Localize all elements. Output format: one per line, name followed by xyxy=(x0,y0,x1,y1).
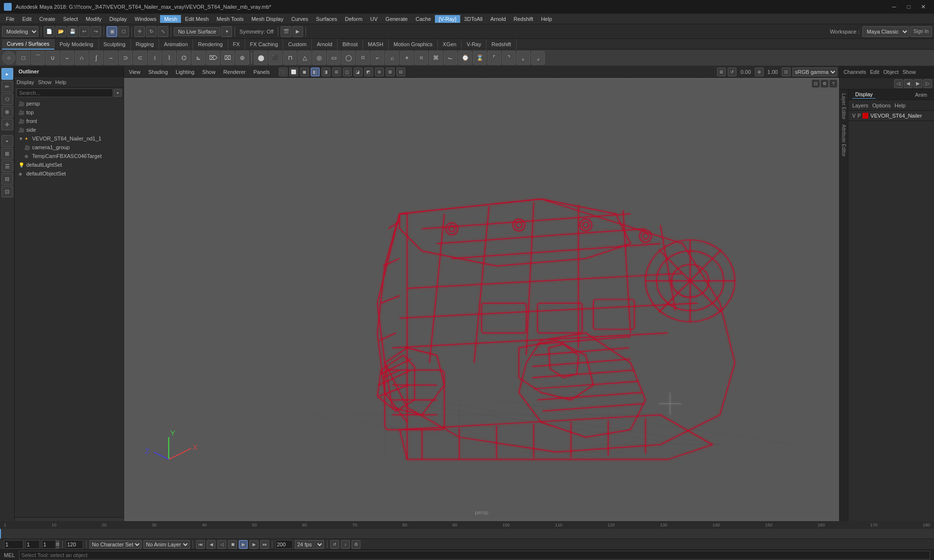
menu-mesh[interactable]: Mesh xyxy=(160,15,181,23)
shelf-icon-curve28[interactable]: ⌟ xyxy=(531,51,545,65)
mel-input[interactable] xyxy=(19,551,930,560)
menu-uv[interactable]: UV xyxy=(366,15,381,23)
scale-tool-btn[interactable]: ⤡ xyxy=(158,26,168,37)
play-btn[interactable]: ▶ xyxy=(239,540,248,549)
shelf-icon-curve27[interactable]: ⌞ xyxy=(517,51,530,65)
snap-tool[interactable]: ⊕ xyxy=(1,106,13,118)
outliner-scrollbar[interactable] xyxy=(15,517,124,521)
vp-icon-nav3[interactable]: ⊕ xyxy=(755,68,764,76)
vp-settings-btn[interactable]: ⚙ xyxy=(821,80,828,88)
shelf-icon-curve13[interactable]: ⌦ xyxy=(206,51,220,65)
maximize-button[interactable]: □ xyxy=(902,0,916,14)
settings-btn[interactable]: ⚙ xyxy=(352,540,360,549)
shelf-tab-redshift[interactable]: Redshift xyxy=(486,39,516,50)
shelf-icon-sphere[interactable]: ⬤ xyxy=(254,51,268,65)
shelf-icon-curve8[interactable]: ⊂ xyxy=(133,51,147,65)
menu-select[interactable]: Select xyxy=(59,15,82,23)
menu-mesh-tools[interactable]: Mesh Tools xyxy=(213,15,247,23)
camera-btn[interactable]: 🎬 xyxy=(281,26,291,37)
shelf-icon-curve2[interactable]: ∪ xyxy=(46,51,59,65)
outliner-item-side[interactable]: 🎥 side xyxy=(15,125,124,134)
menu-arnold[interactable]: Arnold xyxy=(486,15,510,23)
shelf-icon-circle[interactable]: ○ xyxy=(2,51,16,65)
shelf-tab-sculpting[interactable]: Sculpting xyxy=(99,39,131,50)
shelf-icon-curve23[interactable]: ⌚ xyxy=(458,51,472,65)
new-scene-btn[interactable]: 📄 xyxy=(44,26,54,37)
select-tool[interactable]: ▸ xyxy=(1,68,13,80)
prev-frame-btn[interactable]: ◀ xyxy=(207,540,216,549)
shelf-icon-curve20[interactable]: ⌗ xyxy=(414,51,428,65)
character-set-dropdown[interactable]: No Character Set xyxy=(90,540,142,549)
shelf-icon-curve3[interactable]: ⌣ xyxy=(60,51,74,65)
open-scene-btn[interactable]: 📂 xyxy=(55,26,66,37)
menu-surfaces[interactable]: Surfaces xyxy=(312,15,341,23)
cb-icon4[interactable]: ▷ xyxy=(923,79,932,88)
vp-icon-isolate[interactable]: ⊗ xyxy=(375,68,384,76)
vp-bookmark-btn[interactable]: ⊡ xyxy=(812,80,820,88)
play-back-btn[interactable]: ◁ xyxy=(217,540,226,549)
shelf-icon-curve25[interactable]: ⌜ xyxy=(487,51,501,65)
shelf-icon-curve17[interactable]: ⌐ xyxy=(371,51,384,65)
outliner-item-persp[interactable]: 🎥 persp xyxy=(15,99,124,108)
menu-help[interactable]: Help xyxy=(537,15,556,23)
shelf-icon-curve1[interactable]: ⌒ xyxy=(31,51,45,65)
timeline-scroll[interactable] xyxy=(0,529,934,539)
minimize-button[interactable]: ─ xyxy=(887,0,901,14)
stop-btn[interactable]: ⏹ xyxy=(228,540,237,549)
shelf-icon-curve10[interactable]: ⌇ xyxy=(162,51,176,65)
shelf-icon-curve9[interactable]: ≀ xyxy=(148,51,162,65)
shelf-icon-cylinder[interactable]: ⊓ xyxy=(283,51,297,65)
display-tab[interactable]: Display xyxy=(852,90,876,99)
sound-btn[interactable]: ♪ xyxy=(341,540,350,549)
rotate-tool-btn[interactable]: ↻ xyxy=(146,26,157,37)
viewport-canvas[interactable]: X Y Z ⊡ ⚙ ? persp xyxy=(124,78,839,521)
viewport-menu-shading[interactable]: Shading xyxy=(145,69,171,75)
outliner-search-input[interactable] xyxy=(17,88,113,97)
vp-icon-wireframe[interactable]: ⬜ xyxy=(289,68,298,76)
vp-gamma-select[interactable]: sRGB gamma xyxy=(792,68,837,76)
shelf-icon-plane[interactable]: ▭ xyxy=(327,51,341,65)
frame-slider-handle[interactable]: ⊡ xyxy=(55,541,59,548)
channels-nav[interactable]: Channels xyxy=(844,69,866,75)
viewport-menu-show[interactable]: Show xyxy=(199,69,219,75)
no-live-surface[interactable]: No Live Surface xyxy=(174,27,220,36)
shelf-icon-curve14[interactable]: ⌧ xyxy=(221,51,234,65)
shelf-icon-box[interactable]: ⬛ xyxy=(269,51,282,65)
save-scene-btn[interactable]: 💾 xyxy=(67,26,78,37)
menu-file[interactable]: File xyxy=(2,15,18,23)
outliner-item-camera-group[interactable]: 🎥 camera1_group xyxy=(15,143,124,152)
move-tool[interactable]: ✛ xyxy=(1,119,13,130)
shelf-tab-rigging[interactable]: Rigging xyxy=(131,39,159,50)
vp-help-btn[interactable]: ? xyxy=(829,80,837,88)
outliner-display-menu[interactable]: Display xyxy=(17,79,34,85)
shelf-icon-curve12[interactable]: ⊾ xyxy=(192,51,205,65)
shelf-icon-square[interactable]: □ xyxy=(17,51,30,65)
menu-modify[interactable]: Modify xyxy=(82,15,105,23)
menu-redshift[interactable]: Redshift xyxy=(510,15,537,23)
menu-edit[interactable]: Edit xyxy=(18,15,36,23)
show-nav[interactable]: Show xyxy=(902,69,916,75)
loop-btn[interactable]: ↺ xyxy=(330,540,339,549)
menu-windows[interactable]: Windows xyxy=(131,15,161,23)
outliner-item-group[interactable]: ▼ ✦ VEVOR_ST64_Nailer_nd1_1 xyxy=(15,134,124,143)
vp-icon-grid[interactable]: ⊠ xyxy=(386,68,395,76)
cb-icon2[interactable]: ◀ xyxy=(904,79,913,88)
shelf-tab-bifrost[interactable]: Bifrost xyxy=(338,39,363,50)
outliner-show-menu[interactable]: Show xyxy=(38,79,52,85)
timeline-area[interactable] xyxy=(0,529,934,539)
layout-quad[interactable]: ⊞ xyxy=(1,148,13,159)
menu-mesh-display[interactable]: Mesh Display xyxy=(248,15,287,23)
paint-tool[interactable]: ✏ xyxy=(1,81,13,92)
menu-create[interactable]: Create xyxy=(36,15,59,23)
shelf-icon-cone[interactable]: △ xyxy=(298,51,311,65)
menu-generate[interactable]: Generate xyxy=(381,15,412,23)
range-end-input[interactable] xyxy=(275,540,293,549)
next-frame-btn[interactable]: ▶ xyxy=(250,540,258,549)
shelf-tab-vray[interactable]: V-Ray xyxy=(462,39,486,50)
outliner-help-menu[interactable]: Help xyxy=(55,79,67,85)
select-tool-btn[interactable]: ▣ xyxy=(107,26,117,37)
shelf-tab-curves-surfaces[interactable]: Curves / Surfaces xyxy=(2,39,54,50)
menu-cache[interactable]: Cache xyxy=(412,15,435,23)
menu-3dtoall[interactable]: 3DToAll xyxy=(460,15,486,23)
shelf-icon-curve24[interactable]: ⌛ xyxy=(473,51,486,65)
